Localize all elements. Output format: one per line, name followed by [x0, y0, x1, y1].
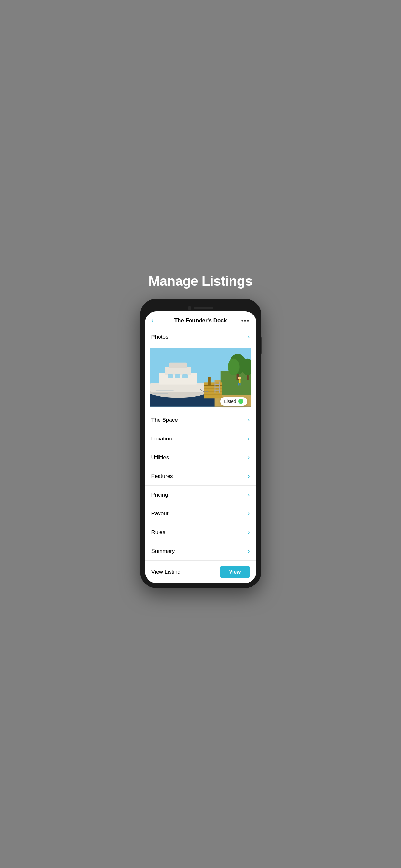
- svg-rect-30: [238, 379, 240, 383]
- menu-item-features[interactable]: Features ›: [145, 467, 256, 485]
- nav-bar: ‹ The Founder's Dock •••: [145, 311, 256, 329]
- phone-side-button: [261, 337, 262, 353]
- menu-item-summary[interactable]: Summary ›: [145, 541, 256, 560]
- menu-label-features: Features: [151, 473, 173, 479]
- page-wrapper: Manage Listings ‹ The Founder's Dock •••…: [134, 260, 267, 608]
- svg-rect-16: [175, 374, 180, 378]
- phone-notch: [145, 304, 256, 311]
- back-button[interactable]: ‹: [151, 316, 161, 325]
- photos-chevron-icon: ›: [248, 334, 250, 340]
- svg-rect-14: [169, 363, 186, 368]
- features-chevron-icon: ›: [248, 473, 250, 479]
- menu-label-the-space: The Space: [151, 417, 178, 423]
- nav-title: The Founder's Dock: [161, 317, 240, 324]
- phone-frame: ‹ The Founder's Dock ••• Photos ›: [140, 299, 261, 588]
- svg-point-29: [238, 376, 241, 379]
- location-chevron-icon: ›: [248, 435, 250, 442]
- phone-speaker: [194, 307, 213, 309]
- menu-item-utilities[interactable]: Utilities ›: [145, 448, 256, 467]
- listed-indicator: [238, 399, 243, 404]
- payout-chevron-icon: ›: [248, 510, 250, 517]
- pricing-chevron-icon: ›: [248, 492, 250, 498]
- listed-badge: Listed: [220, 397, 247, 406]
- dock-image-container: Listed: [150, 345, 251, 409]
- menu-label-rules: Rules: [151, 529, 165, 536]
- svg-rect-31: [238, 383, 239, 385]
- menu-label-pricing: Pricing: [151, 492, 168, 498]
- menu-label-payout: Payout: [151, 510, 168, 517]
- menu-label-summary: Summary: [151, 548, 175, 554]
- svg-point-7: [227, 359, 239, 375]
- summary-chevron-icon: ›: [248, 548, 250, 554]
- more-button[interactable]: •••: [240, 317, 250, 324]
- view-listing-label: View Listing: [151, 569, 181, 575]
- view-listing-button[interactable]: View: [220, 566, 250, 578]
- svg-rect-17: [182, 374, 187, 378]
- svg-rect-15: [167, 374, 173, 378]
- photos-label: Photos: [151, 334, 168, 340]
- menu-label-location: Location: [151, 436, 172, 442]
- svg-rect-32: [239, 383, 240, 385]
- svg-rect-23: [208, 377, 210, 386]
- view-listing-row: View Listing View: [145, 560, 256, 583]
- listed-text: Listed: [224, 399, 236, 404]
- menu-item-rules[interactable]: Rules ›: [145, 523, 256, 541]
- photos-row[interactable]: Photos ›: [145, 329, 256, 345]
- menu-list: The Space › Location › Utilities › Featu…: [145, 411, 256, 560]
- menu-label-utilities: Utilities: [151, 454, 169, 461]
- page-title: Manage Listings: [149, 274, 252, 289]
- the-space-chevron-icon: ›: [248, 416, 250, 423]
- utilities-chevron-icon: ›: [248, 454, 250, 461]
- menu-item-pricing[interactable]: Pricing ›: [145, 485, 256, 504]
- menu-item-payout[interactable]: Payout ›: [145, 504, 256, 523]
- menu-item-the-space[interactable]: The Space ›: [145, 411, 256, 429]
- rules-chevron-icon: ›: [248, 529, 250, 536]
- phone-screen: ‹ The Founder's Dock ••• Photos ›: [145, 311, 256, 583]
- phone-camera: [188, 306, 191, 310]
- menu-item-location[interactable]: Location ›: [145, 429, 256, 448]
